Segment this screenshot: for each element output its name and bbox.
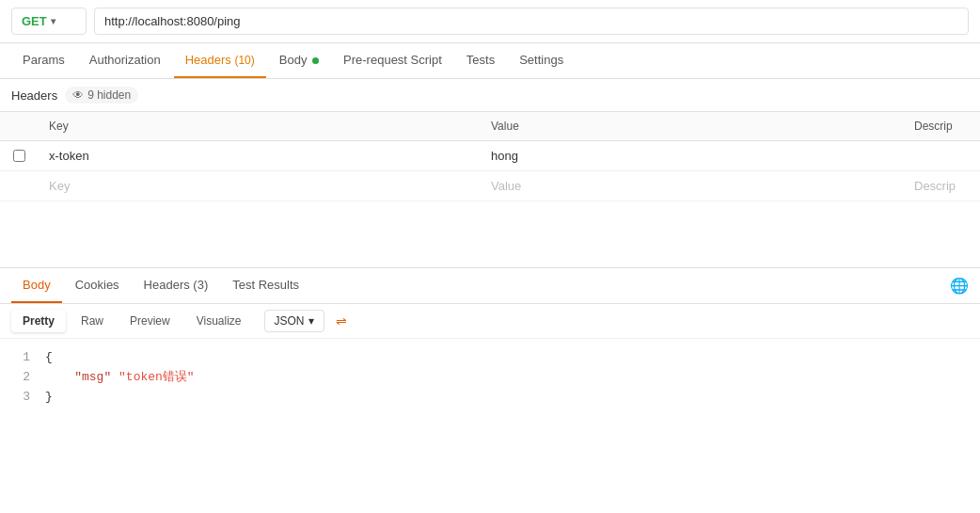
response-tab-bar: Body Cookies Headers (3) Test Results 🌐 <box>0 268 980 304</box>
method-select[interactable]: GET ▾ <box>11 8 87 35</box>
visualize-button[interactable]: Visualize <box>185 310 253 332</box>
line-num-1: 1 <box>15 348 30 368</box>
method-chevron: ▾ <box>51 16 55 26</box>
new-row-value-placeholder: Value <box>491 179 521 193</box>
new-row-key-placeholder: Key <box>49 179 70 193</box>
headers-section-header: Headers 👁 9 hidden <box>0 79 980 111</box>
tab-authorization[interactable]: Authorization <box>78 43 172 78</box>
tab-params[interactable]: Params <box>11 43 76 78</box>
tab-body[interactable]: Body <box>268 43 330 78</box>
raw-button[interactable]: Raw <box>70 310 115 332</box>
resp-tab-cookies[interactable]: Cookies <box>64 268 131 303</box>
json-output: 1 { 2 "msg" "token错误" 3 } <box>0 339 980 416</box>
json-line-1: 1 { <box>15 348 965 368</box>
th-description: Descrip <box>903 112 980 141</box>
headers-table: Key Value Descrip x-token hong Key <box>0 111 980 201</box>
table-header-row: Key Value Descrip <box>0 112 980 141</box>
url-input[interactable] <box>94 8 969 35</box>
hidden-count: 9 hidden <box>87 88 131 102</box>
th-key: Key <box>38 112 480 141</box>
json-format-chevron: ▾ <box>308 314 314 328</box>
resp-tab-right: 🌐 <box>950 277 969 295</box>
new-row: Key Value Descrip <box>0 171 980 201</box>
row-key-cell: x-token <box>38 141 480 171</box>
row-value-value: hong <box>491 149 518 163</box>
spacer <box>0 201 980 258</box>
tab-headers[interactable]: Headers (10) <box>174 43 266 78</box>
json-msg-value: "token错误" <box>119 370 195 384</box>
resp-tab-body[interactable]: Body <box>11 268 62 303</box>
th-value: Value <box>480 112 903 141</box>
new-row-desc-placeholder: Descrip <box>914 179 956 193</box>
response-section: Body Cookies Headers (3) Test Results 🌐 … <box>0 267 980 416</box>
url-bar: GET ▾ <box>0 0 980 43</box>
pretty-button[interactable]: Pretty <box>11 310 66 332</box>
resp-tab-headers[interactable]: Headers (3) <box>133 268 220 303</box>
eye-icon: 👁 <box>72 88 84 102</box>
line-num-2: 2 <box>15 368 30 388</box>
row-key-value: x-token <box>49 149 89 163</box>
json-format-select[interactable]: JSON ▾ <box>264 310 324 332</box>
json-line-2: 2 "msg" "token错误" <box>15 368 965 388</box>
json-msg-key: "msg" <box>74 370 111 384</box>
globe-icon: 🌐 <box>950 277 969 295</box>
table-row: x-token hong <box>0 141 980 171</box>
method-label: GET <box>22 14 47 28</box>
row-checkbox-cell <box>0 141 38 171</box>
new-row-desc-cell[interactable]: Descrip <box>903 171 980 201</box>
preview-button[interactable]: Preview <box>119 310 182 332</box>
tab-settings[interactable]: Settings <box>508 43 575 78</box>
new-row-check <box>0 171 38 201</box>
body-dot <box>312 57 319 64</box>
request-tab-bar: Params Authorization Headers (10) Body P… <box>0 43 980 79</box>
json-open-brace: { <box>45 348 53 368</box>
body-tab-label: Body <box>279 53 308 67</box>
json-line-2-content: "msg" "token错误" <box>45 368 195 388</box>
hidden-badge[interactable]: 👁 9 hidden <box>65 87 138 104</box>
row-value-cell: hong <box>480 141 903 171</box>
headers-tab-badge: (10) <box>234 54 254 67</box>
wrap-icon[interactable]: ⇌ <box>328 310 355 332</box>
th-check <box>0 112 38 141</box>
new-row-value-cell[interactable]: Value <box>480 171 903 201</box>
tab-prerequest[interactable]: Pre-request Script <box>332 43 453 78</box>
headers-section-label: Headers <box>11 88 57 103</box>
json-close-brace: } <box>45 388 53 408</box>
tab-tests[interactable]: Tests <box>455 43 506 78</box>
row-desc-cell <box>903 141 980 171</box>
json-line-3: 3 } <box>15 388 965 408</box>
wrap-lines-icon: ⇌ <box>336 313 347 329</box>
json-colon <box>111 370 119 384</box>
new-row-key-cell[interactable]: Key <box>38 171 480 201</box>
json-format-label: JSON <box>275 314 305 328</box>
resp-tab-test-results[interactable]: Test Results <box>221 268 310 303</box>
row-checkbox[interactable] <box>13 150 25 162</box>
line-num-3: 3 <box>15 388 30 408</box>
format-bar: Pretty Raw Preview Visualize JSON ▾ ⇌ <box>0 304 980 339</box>
headers-tab-label: Headers <box>185 53 231 67</box>
